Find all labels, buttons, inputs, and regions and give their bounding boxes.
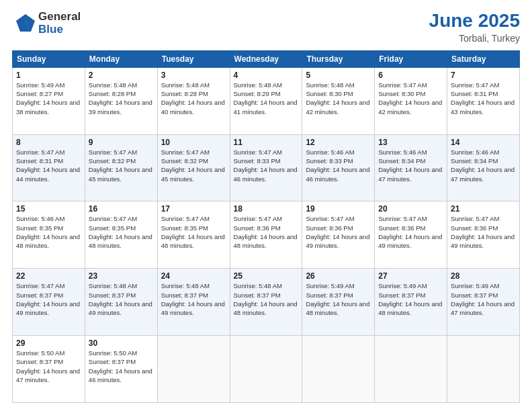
table-row: 3Sunrise: 5:48 AMSunset: 8:28 PMDaylight…: [157, 67, 230, 134]
day-number: 22: [16, 271, 81, 281]
day-info: Sunrise: 5:46 AMSunset: 8:34 PMDaylight:…: [378, 148, 442, 183]
header-thursday: Thursday: [302, 50, 375, 67]
calendar-week-3: 15Sunrise: 5:46 AMSunset: 8:35 PMDayligh…: [13, 201, 520, 269]
day-info: Sunrise: 5:47 AMSunset: 8:30 PMDaylight:…: [378, 81, 442, 116]
calendar-location: Torbali, Turkey: [429, 33, 520, 44]
table-row: 7Sunrise: 5:47 AMSunset: 8:31 PMDaylight…: [447, 67, 520, 134]
day-info: Sunrise: 5:46 AMSunset: 8:35 PMDaylight:…: [16, 215, 80, 249]
table-row: 1Sunrise: 5:49 AMSunset: 8:27 PMDaylight…: [13, 67, 85, 134]
calendar-page: General Blue June 2025 Torbali, Turkey S…: [0, 0, 532, 411]
calendar-week-1: 1Sunrise: 5:49 AMSunset: 8:27 PMDaylight…: [13, 67, 520, 134]
table-row: [157, 336, 230, 403]
day-info: Sunrise: 5:48 AMSunset: 8:37 PMDaylight:…: [161, 282, 225, 316]
day-info: Sunrise: 5:47 AMSunset: 8:36 PMDaylight:…: [451, 215, 515, 249]
day-number: 16: [89, 204, 154, 214]
table-row: 16Sunrise: 5:47 AMSunset: 8:35 PMDayligh…: [85, 201, 157, 269]
logo-icon: [12, 11, 36, 36]
day-number: 2: [89, 71, 154, 80]
table-row: 15Sunrise: 5:46 AMSunset: 8:35 PMDayligh…: [13, 201, 85, 269]
table-row: 5Sunrise: 5:48 AMSunset: 8:30 PMDaylight…: [302, 67, 375, 134]
day-number: 4: [234, 71, 299, 80]
title-block: June 2025 Torbali, Turkey: [429, 11, 520, 44]
day-info: Sunrise: 5:47 AMSunset: 8:31 PMDaylight:…: [16, 148, 80, 183]
day-number: 6: [378, 71, 443, 80]
table-row: 9Sunrise: 5:47 AMSunset: 8:32 PMDaylight…: [85, 134, 157, 201]
logo-blue: Blue: [38, 24, 81, 36]
table-row: 26Sunrise: 5:49 AMSunset: 8:37 PMDayligh…: [302, 269, 375, 336]
day-number: 11: [234, 138, 299, 147]
day-info: Sunrise: 5:47 AMSunset: 8:35 PMDaylight:…: [89, 215, 152, 249]
day-info: Sunrise: 5:46 AMSunset: 8:33 PMDaylight:…: [306, 148, 369, 183]
day-info: Sunrise: 5:48 AMSunset: 8:30 PMDaylight:…: [306, 81, 369, 116]
day-info: Sunrise: 5:46 AMSunset: 8:34 PMDaylight:…: [451, 148, 515, 183]
table-row: 22Sunrise: 5:47 AMSunset: 8:37 PMDayligh…: [13, 269, 85, 336]
header-row: Sunday Monday Tuesday Wednesday Thursday…: [13, 50, 520, 67]
day-number: 29: [16, 338, 81, 348]
day-number: 17: [161, 204, 226, 214]
day-number: 19: [306, 204, 371, 214]
table-row: 21Sunrise: 5:47 AMSunset: 8:36 PMDayligh…: [447, 201, 520, 269]
day-info: Sunrise: 5:47 AMSunset: 8:32 PMDaylight:…: [161, 148, 225, 183]
calendar-week-5: 29Sunrise: 5:50 AMSunset: 8:37 PMDayligh…: [13, 336, 520, 403]
header-friday: Friday: [375, 50, 447, 67]
day-number: 30: [89, 338, 154, 348]
day-number: 8: [16, 138, 81, 147]
logo: General Blue: [12, 11, 81, 36]
day-number: 23: [89, 271, 154, 281]
logo-text: General Blue: [38, 11, 81, 36]
table-row: 12Sunrise: 5:46 AMSunset: 8:33 PMDayligh…: [302, 134, 375, 201]
day-info: Sunrise: 5:48 AMSunset: 8:37 PMDaylight:…: [234, 282, 298, 316]
day-number: 27: [378, 271, 443, 281]
day-info: Sunrise: 5:48 AMSunset: 8:37 PMDaylight:…: [89, 282, 152, 316]
header-tuesday: Tuesday: [157, 50, 230, 67]
day-info: Sunrise: 5:49 AMSunset: 8:27 PMDaylight:…: [16, 81, 80, 116]
day-number: 25: [234, 271, 299, 281]
table-row: 25Sunrise: 5:48 AMSunset: 8:37 PMDayligh…: [230, 269, 302, 336]
day-info: Sunrise: 5:49 AMSunset: 8:37 PMDaylight:…: [451, 282, 515, 316]
header-monday: Monday: [85, 50, 157, 67]
day-info: Sunrise: 5:50 AMSunset: 8:37 PMDaylight:…: [89, 349, 152, 383]
table-row: 6Sunrise: 5:47 AMSunset: 8:30 PMDaylight…: [375, 67, 447, 134]
day-number: 14: [451, 138, 516, 147]
table-row: 8Sunrise: 5:47 AMSunset: 8:31 PMDaylight…: [13, 134, 85, 201]
table-row: 19Sunrise: 5:47 AMSunset: 8:36 PMDayligh…: [302, 201, 375, 269]
calendar-title: June 2025: [429, 11, 520, 32]
day-info: Sunrise: 5:49 AMSunset: 8:37 PMDaylight:…: [378, 282, 442, 316]
table-row: 23Sunrise: 5:48 AMSunset: 8:37 PMDayligh…: [85, 269, 157, 336]
day-number: 12: [306, 138, 371, 147]
table-row: 30Sunrise: 5:50 AMSunset: 8:37 PMDayligh…: [85, 336, 157, 403]
calendar-table: Sunday Monday Tuesday Wednesday Thursday…: [12, 50, 520, 403]
day-number: 13: [378, 138, 443, 147]
table-row: 14Sunrise: 5:46 AMSunset: 8:34 PMDayligh…: [447, 134, 520, 201]
table-row: [375, 336, 447, 403]
table-row: 20Sunrise: 5:47 AMSunset: 8:36 PMDayligh…: [375, 201, 447, 269]
header-wednesday: Wednesday: [230, 50, 302, 67]
day-number: 21: [451, 204, 516, 214]
day-info: Sunrise: 5:47 AMSunset: 8:36 PMDaylight:…: [234, 215, 298, 249]
day-number: 18: [234, 204, 299, 214]
day-info: Sunrise: 5:47 AMSunset: 8:32 PMDaylight:…: [89, 148, 152, 183]
header-saturday: Saturday: [447, 50, 520, 67]
table-row: [230, 336, 302, 403]
day-info: Sunrise: 5:47 AMSunset: 8:35 PMDaylight:…: [161, 215, 225, 249]
day-info: Sunrise: 5:47 AMSunset: 8:36 PMDaylight:…: [378, 215, 442, 249]
day-info: Sunrise: 5:47 AMSunset: 8:33 PMDaylight:…: [234, 148, 298, 183]
table-row: 2Sunrise: 5:48 AMSunset: 8:28 PMDaylight…: [85, 67, 157, 134]
day-number: 7: [451, 71, 516, 80]
table-row: 27Sunrise: 5:49 AMSunset: 8:37 PMDayligh…: [375, 269, 447, 336]
day-number: 26: [306, 271, 371, 281]
day-number: 24: [161, 271, 226, 281]
day-number: 15: [16, 204, 81, 214]
header-sunday: Sunday: [13, 50, 85, 67]
calendar-week-2: 8Sunrise: 5:47 AMSunset: 8:31 PMDaylight…: [13, 134, 520, 201]
calendar-week-4: 22Sunrise: 5:47 AMSunset: 8:37 PMDayligh…: [13, 269, 520, 336]
table-row: 28Sunrise: 5:49 AMSunset: 8:37 PMDayligh…: [447, 269, 520, 336]
table-row: 29Sunrise: 5:50 AMSunset: 8:37 PMDayligh…: [13, 336, 85, 403]
table-row: 11Sunrise: 5:47 AMSunset: 8:33 PMDayligh…: [230, 134, 302, 201]
table-row: [447, 336, 520, 403]
table-row: 24Sunrise: 5:48 AMSunset: 8:37 PMDayligh…: [157, 269, 230, 336]
logo-general: General: [38, 11, 81, 24]
table-row: 13Sunrise: 5:46 AMSunset: 8:34 PMDayligh…: [375, 134, 447, 201]
day-info: Sunrise: 5:47 AMSunset: 8:36 PMDaylight:…: [306, 215, 369, 249]
day-info: Sunrise: 5:48 AMSunset: 8:28 PMDaylight:…: [161, 81, 225, 116]
